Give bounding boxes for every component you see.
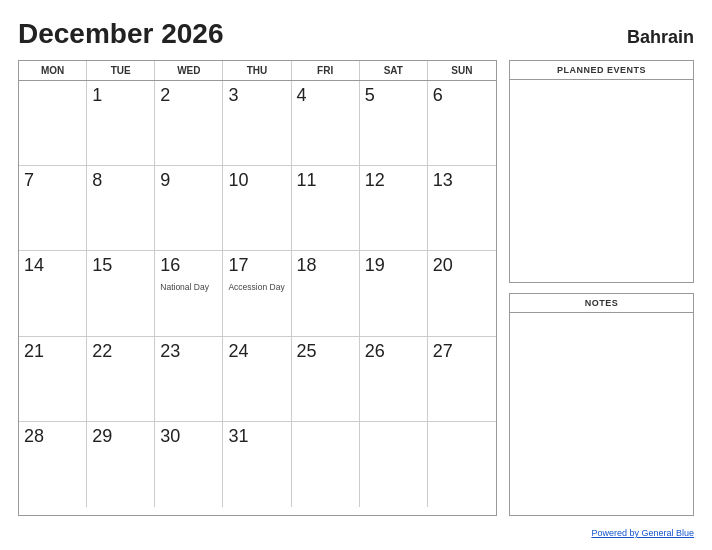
planned-events-title: PLANNED EVENTS [510, 61, 693, 80]
table-row: 29 [87, 422, 155, 507]
table-row: 21 [19, 337, 87, 422]
table-row [292, 422, 360, 507]
table-row: 22 [87, 337, 155, 422]
day-sat: SAT [360, 61, 428, 80]
national-day-event: National Day [160, 282, 209, 292]
day-wed: WED [155, 61, 223, 80]
table-row: 9 [155, 166, 223, 251]
table-row: 11 [292, 166, 360, 251]
table-row: 31 [223, 422, 291, 507]
day-fri: FRI [292, 61, 360, 80]
main-content: MON TUE WED THU FRI SAT SUN 1 2 3 4 5 6 … [18, 60, 694, 516]
day-mon: MON [19, 61, 87, 80]
table-row: 13 [428, 166, 496, 251]
table-row: 1 [87, 81, 155, 166]
table-row: 15 [87, 251, 155, 336]
table-row: 8 [87, 166, 155, 251]
table-row [428, 422, 496, 507]
footer: Powered by General Blue [18, 522, 694, 540]
table-row: 10 [223, 166, 291, 251]
table-row: 4 [292, 81, 360, 166]
table-row: 28 [19, 422, 87, 507]
table-row: 25 [292, 337, 360, 422]
table-row: 30 [155, 422, 223, 507]
table-row [19, 81, 87, 166]
table-row: 5 [360, 81, 428, 166]
table-row: 12 [360, 166, 428, 251]
table-row: 23 [155, 337, 223, 422]
day-headers: MON TUE WED THU FRI SAT SUN [19, 61, 496, 81]
country-title: Bahrain [627, 27, 694, 48]
day-thu: THU [223, 61, 291, 80]
table-row: 19 [360, 251, 428, 336]
month-title: December 2026 [18, 18, 223, 50]
day-16: 16National Day [155, 251, 223, 336]
table-row: 26 [360, 337, 428, 422]
table-row [360, 422, 428, 507]
notes-title: NOTES [510, 294, 693, 313]
table-row: 18 [292, 251, 360, 336]
table-row: 7 [19, 166, 87, 251]
powered-by-link[interactable]: Powered by General Blue [591, 528, 694, 538]
table-row: 20 [428, 251, 496, 336]
calendar-section: MON TUE WED THU FRI SAT SUN 1 2 3 4 5 6 … [18, 60, 497, 516]
table-row: 3 [223, 81, 291, 166]
day-sun: SUN [428, 61, 496, 80]
table-row: 27 [428, 337, 496, 422]
calendar-grid: 1 2 3 4 5 6 7 8 9 10 11 12 13 14 15 16Na… [19, 81, 496, 507]
table-row: 24 [223, 337, 291, 422]
table-row: 14 [19, 251, 87, 336]
accession-day-event: Accession Day [228, 282, 284, 292]
notes-box: NOTES [509, 293, 694, 516]
table-row: 2 [155, 81, 223, 166]
calendar-page: December 2026 Bahrain MON TUE WED THU FR… [0, 0, 712, 550]
header: December 2026 Bahrain [18, 18, 694, 50]
table-row: 6 [428, 81, 496, 166]
planned-events-content [510, 80, 693, 282]
sidebar: PLANNED EVENTS NOTES [509, 60, 694, 516]
planned-events-box: PLANNED EVENTS [509, 60, 694, 283]
notes-content [510, 313, 693, 515]
day-17: 17Accession Day [223, 251, 291, 336]
day-tue: TUE [87, 61, 155, 80]
